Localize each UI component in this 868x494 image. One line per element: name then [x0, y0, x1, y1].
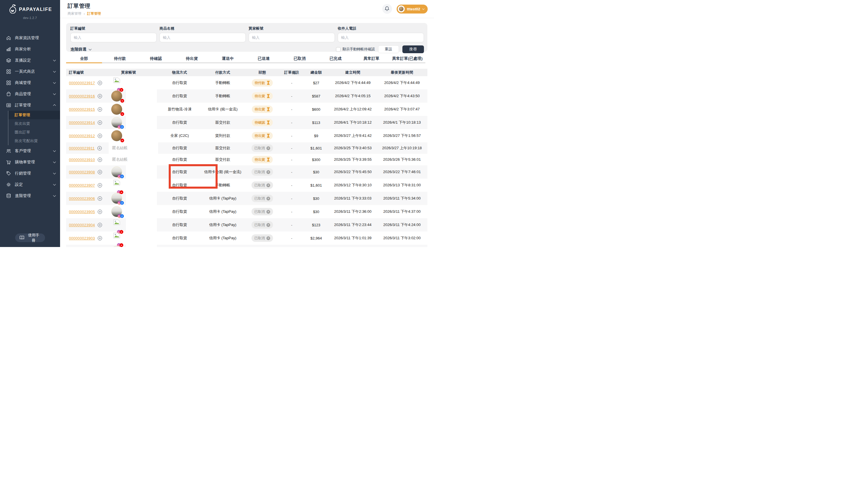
sidebar-item-0[interactable]: 商家資訊管理: [0, 32, 60, 43]
tag-icon: [6, 171, 11, 176]
sidebar-item-3[interactable]: 一頁式商店: [0, 66, 60, 77]
manual-transfer-checkbox-row[interactable]: 顯示手動轉帳待確認: [336, 47, 375, 52]
buyer-platform-badges: f: [119, 201, 124, 205]
youtube-icon: [120, 138, 124, 142]
x-circle-icon: ✕: [267, 223, 270, 227]
order-number-link[interactable]: 000000023915: [69, 107, 95, 112]
order-number-link[interactable]: 000000023908: [69, 170, 95, 174]
sidebar-item-5[interactable]: 商品管理: [0, 88, 60, 99]
tab-9[interactable]: 異常訂單(已處理): [390, 55, 426, 63]
tab-1[interactable]: 待付款: [102, 55, 138, 63]
sidebar-item-10[interactable]: 設定: [0, 179, 60, 190]
tab-5[interactable]: 已送達: [246, 55, 282, 63]
order-list-icon: [6, 103, 11, 108]
order-row-000000023905: 000000023905f自行取貨信用卡 (TapPay)已取消✕-$30202…: [66, 205, 428, 218]
checkbox[interactable]: [336, 47, 341, 52]
remark-cell: -: [280, 236, 303, 241]
sidebar-subitem-3[interactable]: 批次宅配出貨: [8, 137, 60, 145]
sidebar-item-label: 直播設定: [15, 58, 54, 63]
order-number-link[interactable]: 000000023906: [69, 196, 95, 201]
sidebar-item-1[interactable]: 商家分析: [0, 43, 60, 55]
order-number-link[interactable]: 000000023907: [69, 183, 95, 188]
status-cell: 待出貨: [244, 156, 280, 163]
sidebar-item-2[interactable]: 直播設定: [0, 55, 60, 66]
status-tabs: 全部待付款待確認待出貨運送中已送達已取消已完成異常訂單異常訂單(已處理): [66, 55, 426, 63]
search-button[interactable]: 搜尋: [402, 45, 424, 53]
facebook-icon: f: [120, 174, 124, 178]
filter-field-input[interactable]: [338, 33, 424, 42]
updated-time-cell: 2026/3/11 下午4:24:00: [376, 222, 428, 227]
chevron-down-icon: [53, 58, 56, 61]
sidebar-item-11[interactable]: 進階管理: [0, 190, 60, 201]
reset-button[interactable]: 重設: [378, 45, 399, 53]
order-row-000000023915: 000000023915新竹物流-冷凍信用卡 (統一金流)待出貨-$600202…: [66, 103, 428, 116]
remark-cell: -: [280, 196, 303, 201]
status-cell: 已取消✕: [244, 144, 280, 152]
buyer-anonymous-label: 匿名結帳: [108, 154, 158, 165]
bell-icon: [384, 6, 390, 12]
buyer-avatar-cat: [111, 104, 122, 115]
tab-0[interactable]: 全部: [66, 55, 102, 63]
gear-icon: [6, 182, 11, 187]
order-number-link[interactable]: 000000023904: [69, 223, 95, 227]
order-number-link[interactable]: 000000023912: [69, 134, 95, 138]
youtube-icon: [120, 99, 124, 103]
user-manual-button[interactable]: 使用手冊: [15, 233, 45, 242]
filter-field-input[interactable]: [159, 33, 246, 42]
sidebar-submenu: 訂單管理批次出貨匯出訂單批次宅配出貨: [8, 111, 60, 145]
sidebar-item-7[interactable]: 客戶管理: [0, 145, 60, 156]
chevron-down-icon: [422, 7, 425, 10]
status-cell: 待出貨: [244, 106, 280, 113]
tab-3[interactable]: 待出貨: [174, 55, 210, 63]
tab-2[interactable]: 待確認: [138, 55, 174, 63]
tab-6[interactable]: 已取消: [282, 55, 318, 63]
updated-time-cell: 2026/3/11 下午5:34:00: [376, 196, 428, 201]
notifications-button[interactable]: [382, 4, 392, 14]
buyer-avatar-anime: f: [111, 167, 122, 177]
status-badge-cancelled: 已取消✕: [252, 168, 273, 176]
breadcrumb-parent[interactable]: 商家管理: [67, 11, 81, 16]
tab-8[interactable]: 異常訂單: [354, 55, 390, 63]
sidebar-item-9[interactable]: 行銷管理: [0, 168, 60, 179]
bar-chart-icon: [6, 46, 11, 52]
logistics-cell: 全家 (C2C): [158, 133, 201, 138]
column-header-5: 訂單備註: [280, 70, 303, 75]
papaya-logo-icon: [8, 4, 16, 15]
status-badge-cancelled: 已取消✕: [252, 144, 273, 152]
order-number-link[interactable]: 000000023917: [69, 81, 95, 85]
sidebar-item-4[interactable]: 商城管理: [0, 77, 60, 88]
sidebar-nav: 商家資訊管理商家分析直播設定一頁式商店商城管理商品管理訂單管理訂單管理批次出貨匯…: [0, 32, 60, 201]
youtube-icon: [120, 243, 123, 247]
chevron-down-icon: [53, 81, 56, 84]
created-time-cell: 2026/3/27 上午9:41:42: [329, 133, 376, 138]
filter-field-input[interactable]: [249, 33, 335, 42]
filter-field-label: 商品名稱: [159, 26, 246, 31]
order-number-link[interactable]: 000000023905: [69, 210, 95, 214]
sidebar-subitem-0[interactable]: 訂單管理: [8, 111, 60, 119]
order-number-link[interactable]: 000000023911: [69, 146, 95, 150]
sidebar-subitem-2[interactable]: 匯出訂單: [8, 128, 60, 137]
sidebar-item-8[interactable]: 購物車管理: [0, 156, 60, 168]
user-menu-button[interactable]: tttest02: [397, 5, 428, 14]
filter-field-input[interactable]: [71, 33, 157, 42]
sidebar-item-label: 商家資訊管理: [15, 35, 56, 40]
status-badge-pending: 待出貨: [252, 156, 273, 163]
order-number-link[interactable]: 000000023916: [69, 94, 95, 98]
logistics-cell: 自行取貨: [158, 157, 201, 162]
tab-4[interactable]: 運送中: [210, 55, 246, 63]
status-badge-cancelled: 已取消✕: [252, 182, 273, 189]
buyer-avatar-broken-image: [111, 180, 122, 191]
remark-cell: -: [280, 120, 303, 125]
logistics-cell: 自行取貨: [158, 120, 201, 125]
payment-cell: 手動轉帳: [201, 93, 244, 99]
status-cell: 已取消✕: [244, 168, 280, 176]
order-number-link[interactable]: 000000023910: [69, 157, 95, 162]
sidebar-item-6[interactable]: 訂單管理: [0, 99, 60, 111]
tab-7[interactable]: 已完成: [318, 55, 354, 63]
payment-cell: 面交付款: [201, 157, 244, 162]
sidebar-subitem-1[interactable]: 批次出貨: [8, 119, 60, 128]
advanced-filter-toggle[interactable]: 進階篩選: [71, 47, 91, 52]
table-body: 000000023917自行取貨手動轉帳待付款-$272026/4/2 下午4:…: [66, 76, 428, 247]
order-number-link[interactable]: 000000023903: [69, 236, 95, 241]
order-number-link[interactable]: 000000023914: [69, 120, 95, 125]
